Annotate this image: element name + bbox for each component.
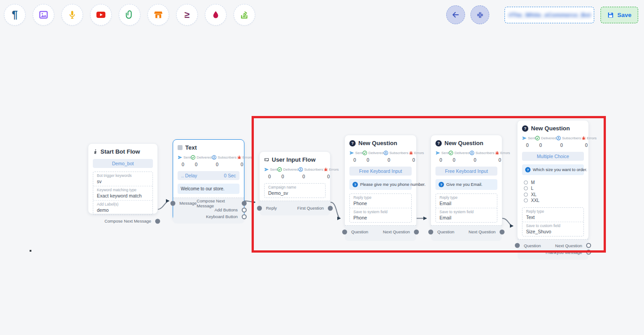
node-question-size[interactable]: New Question Sent0 Delivered0 Subscriber… xyxy=(517,120,589,240)
connector-port-compose-next-message[interactable] xyxy=(155,219,160,223)
question-fields[interactable]: Reply type Text Save to custom field Siz… xyxy=(522,207,584,236)
output-label: Next Question xyxy=(383,229,410,234)
subscribers-icon xyxy=(470,150,474,155)
question-message[interactable]: Which size you want to order. xyxy=(522,164,584,175)
field-campaign-name[interactable]: Campaign name Demo_sv xyxy=(265,184,325,198)
running-man-icon xyxy=(93,149,98,155)
youtube-icon xyxy=(96,9,106,20)
input-label: Message xyxy=(179,201,197,206)
field-add-labels[interactable]: Add Label(s) demo xyxy=(93,200,152,215)
campaign-fields[interactable]: Campaign name Demo_sv xyxy=(264,183,326,198)
save-button[interactable]: Save xyxy=(600,7,638,23)
node-text[interactable]: Text Sent0 Delivered0 Subscribers0 Error… xyxy=(173,139,244,220)
connector-port-next-question[interactable] xyxy=(414,229,419,234)
node-question-email[interactable]: New Question Sent0 Delivered0 Subscriber… xyxy=(431,135,502,228)
back-arrow-icon xyxy=(452,11,460,19)
radio-icon xyxy=(524,198,528,202)
field-reply-type[interactable]: Reply type Text xyxy=(522,208,583,222)
connector-port-first-question[interactable] xyxy=(328,206,333,210)
edge-userinput-to-q1 xyxy=(331,202,340,219)
radio-icon xyxy=(524,180,528,185)
option-xxl[interactable]: XXL xyxy=(524,198,584,203)
choice-options: M L XL XXL xyxy=(524,179,584,204)
option-l[interactable]: L xyxy=(524,186,584,191)
reply-type-button[interactable]: Free Keyboard Input xyxy=(349,167,412,176)
fit-view-button[interactable] xyxy=(470,5,489,24)
back-button[interactable] xyxy=(446,5,465,24)
subscribers-icon xyxy=(212,155,217,160)
node-header: Start Bot Flow xyxy=(93,148,153,155)
field-reply-type[interactable]: Reply type Email xyxy=(436,194,497,208)
paperclip-icon xyxy=(125,10,135,20)
toolbar-drip-button[interactable] xyxy=(205,4,226,26)
stats-row: Sent0 Delivered0 Subscribers0 Errors0 xyxy=(264,167,326,179)
connector-port-next-question[interactable] xyxy=(500,229,505,234)
reply-type-button[interactable]: Multiple Choice xyxy=(522,152,584,161)
connector-port-compose-next-message[interactable] xyxy=(242,201,247,206)
option-m[interactable]: M xyxy=(524,180,584,185)
option-xl[interactable]: XL xyxy=(524,192,584,197)
toolbar-stack-button[interactable] xyxy=(234,4,255,26)
input-label: Question xyxy=(351,229,368,234)
stats-row: Sent0 Delivered0 Subscribers0 Errors0 xyxy=(522,136,584,148)
question-message[interactable]: Please give me you phone number. xyxy=(349,179,412,190)
delivered-icon xyxy=(362,150,367,155)
node-user-input-flow[interactable]: User Input Flow Sent0 Delivered0 Subscri… xyxy=(259,151,331,210)
question-fields[interactable]: Reply type Email Save to system field Em… xyxy=(435,193,497,223)
field-reply-type[interactable]: Reply type Phone xyxy=(350,194,411,208)
reply-type-button[interactable]: Free Keyboard Input xyxy=(435,167,497,176)
output-label: Keyboard Button xyxy=(206,214,238,219)
field-save-to[interactable]: Save to system field Phone xyxy=(350,208,411,222)
node-question-phone[interactable]: New Question Sent0 Delivered0 Subscriber… xyxy=(344,135,417,228)
delivered-icon xyxy=(191,155,196,160)
toolbar-ecommerce-button[interactable] xyxy=(148,4,169,26)
connector-port-add-buttons[interactable] xyxy=(242,207,247,212)
toolbar-video-button[interactable] xyxy=(90,4,112,26)
connector-port-question-in[interactable] xyxy=(428,229,433,234)
input-label: Question xyxy=(437,229,454,234)
question-message[interactable]: Give me you Email. xyxy=(435,179,497,190)
text-message[interactable]: Welcome to our store. xyxy=(178,184,239,194)
toolbar-audio-button[interactable] xyxy=(61,4,83,26)
delivered-icon xyxy=(448,150,453,155)
connector-port-message-in[interactable] xyxy=(170,201,175,206)
toolbar-condition-button[interactable]: ≥ xyxy=(176,4,198,26)
stats-row: Sent0 Delivered0 Subscribers0 Errors0 xyxy=(435,150,497,163)
image-icon xyxy=(39,10,48,20)
start-fields[interactable]: Bot trigger keywords sv Keyword matching… xyxy=(93,172,153,215)
node-header: New Question xyxy=(435,140,497,146)
node-footer: Question Next Question Thankyou Message xyxy=(518,239,588,260)
sent-icon xyxy=(522,136,527,141)
output-label: Add Buttons xyxy=(214,207,238,212)
subscribers-icon xyxy=(383,150,388,155)
connector-port-next-question[interactable] xyxy=(586,243,591,248)
output-label: Next Question xyxy=(469,229,496,234)
delay-row[interactable]: .. Delay 0 Sec xyxy=(178,171,239,180)
errors-icon xyxy=(581,136,586,141)
question-mark-icon xyxy=(525,167,531,172)
node-footer: Reply First Question xyxy=(260,201,330,215)
bot-name-button[interactable]: Demo_bot xyxy=(93,159,153,168)
toolbar-image-button[interactable] xyxy=(33,4,54,26)
node-start-bot-flow[interactable]: Start Bot Flow Demo_bot Bot trigger keyw… xyxy=(88,143,158,214)
node-title: New Question xyxy=(531,125,570,132)
block-toolbar: ¶ ≥ xyxy=(4,4,255,26)
field-save-to[interactable]: Save to custom field Size_Shuvo xyxy=(522,222,583,236)
connector-port-question-in[interactable] xyxy=(342,229,347,234)
connector-port-keyboard-button[interactable] xyxy=(242,214,247,219)
flow-name-input[interactable]: #The_White_eCommerce_Bot xyxy=(505,7,594,23)
node-footer: Question Next Question xyxy=(345,225,416,241)
stats-row: Sent0 Delivered0 Subscribers0 Errors0 xyxy=(178,155,239,167)
field-trigger-keywords[interactable]: Bot trigger keywords sv xyxy=(93,172,152,186)
connector-port-thankyou-message[interactable] xyxy=(586,250,591,255)
question-fields[interactable]: Reply type Phone Save to system field Ph… xyxy=(349,193,412,223)
toolbar-file-button[interactable] xyxy=(119,4,140,26)
droplet-icon xyxy=(211,10,220,19)
toolbar-text-button[interactable]: ¶ xyxy=(4,4,26,26)
field-keyword-matching[interactable]: Keyword matching type Exact keyword matc… xyxy=(93,186,152,200)
field-save-to[interactable]: Save to system field Email xyxy=(436,208,497,222)
connector-port-reply-in[interactable] xyxy=(257,206,262,210)
stray-dot xyxy=(30,250,31,252)
node-footer: Compose Next Message xyxy=(88,218,157,226)
connector-port-question-in[interactable] xyxy=(515,243,520,248)
